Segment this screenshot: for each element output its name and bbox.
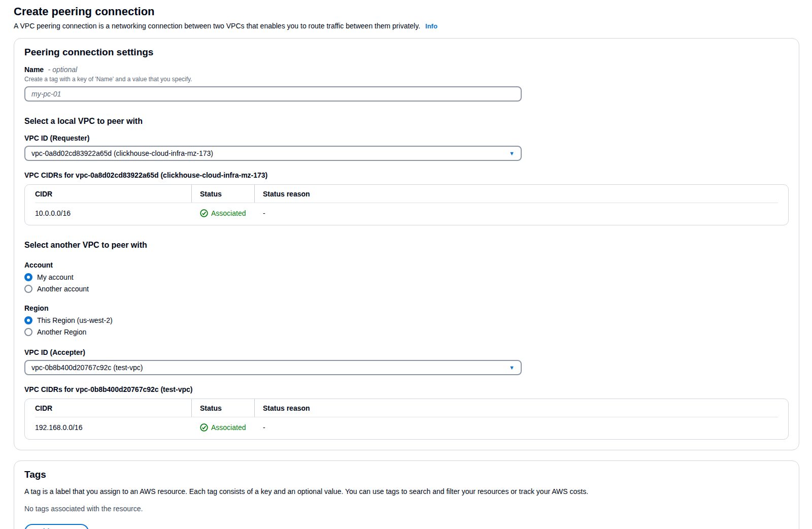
- table-row: 10.0.0.0/16 Associated -: [35, 203, 778, 225]
- create-peering-connection-page: Create peering connection A VPC peering …: [0, 0, 812, 529]
- column-header-status-reason: Status reason: [254, 399, 778, 417]
- vpc-accepter-label: VPC ID (Accepter): [24, 348, 789, 356]
- vpc-accepter-select[interactable]: vpc-0b8b400d20767c92c (test-vpc) ▼: [24, 360, 522, 375]
- name-help-text: Create a tag with a key of 'Name' and a …: [24, 76, 789, 83]
- accepter-cidrs-label: VPC CIDRs for vpc-0b8b400d20767c92c (tes…: [24, 385, 789, 393]
- table-row: 192.168.0.0/16 Associated -: [35, 417, 778, 439]
- radio-label: My account: [37, 273, 74, 281]
- radio-button-unselected[interactable]: [24, 328, 32, 336]
- tags-description: A tag is a label that you assign to an A…: [24, 487, 789, 495]
- name-field-group: Name - optional Create a tag with a key …: [24, 65, 789, 102]
- info-link[interactable]: Info: [425, 22, 437, 30]
- page-description: A VPC peering connection is a networking…: [14, 22, 799, 30]
- region-group-label: Region: [24, 304, 789, 312]
- account-group-label: Account: [24, 261, 789, 269]
- radio-button-selected[interactable]: [24, 273, 32, 281]
- radio-option-another-account[interactable]: Another account: [24, 285, 789, 293]
- status-reason-value: -: [254, 423, 778, 432]
- vpc-requester-label: VPC ID (Requester): [24, 134, 789, 142]
- tags-empty-text: No tags associated with the resource.: [24, 505, 789, 513]
- cidr-value: 10.0.0.0/16: [35, 209, 191, 217]
- another-vpc-heading: Select another VPC to peer with: [24, 241, 789, 250]
- requester-cidr-table: CIDR Status Status reason 10.0.0.0/16 As…: [24, 184, 789, 225]
- radio-label: Another Region: [37, 328, 86, 336]
- radio-option-another-region[interactable]: Another Region: [24, 328, 789, 336]
- name-input[interactable]: [24, 86, 522, 102]
- local-vpc-heading: Select a local VPC to peer with: [24, 117, 789, 126]
- status-reason-value: -: [254, 209, 778, 217]
- page-description-text: A VPC peering connection is a networking…: [14, 22, 420, 30]
- column-header-cidr: CIDR: [35, 399, 191, 417]
- name-field-label-row: Name - optional: [24, 65, 789, 74]
- table-header-row: CIDR Status Status reason: [35, 185, 778, 203]
- table-header-row: CIDR Status Status reason: [35, 399, 778, 417]
- check-circle-icon: [200, 423, 208, 432]
- vpc-requester-select-value: vpc-0a8d02cd83922a65d (clickhouse-cloud-…: [31, 149, 213, 157]
- check-circle-icon: [200, 209, 208, 217]
- tags-card-heading: Tags: [24, 469, 789, 480]
- radio-button-unselected[interactable]: [24, 285, 32, 293]
- status-value: Associated: [191, 209, 254, 217]
- column-header-cidr: CIDR: [35, 185, 191, 203]
- status-text: Associated: [211, 209, 246, 217]
- cidr-value: 192.168.0.0/16: [35, 423, 191, 432]
- caret-down-icon: ▼: [509, 365, 515, 371]
- column-header-status-reason: Status reason: [254, 185, 778, 203]
- name-label: Name: [24, 65, 44, 74]
- settings-card-heading: Peering connection settings: [24, 47, 789, 58]
- column-header-status: Status: [191, 399, 254, 417]
- column-header-status: Status: [191, 185, 254, 203]
- radio-option-my-account[interactable]: My account: [24, 273, 789, 281]
- radio-label: Another account: [37, 285, 89, 293]
- peering-settings-card: Peering connection settings Name - optio…: [14, 38, 799, 450]
- status-text: Associated: [211, 423, 246, 432]
- radio-option-this-region[interactable]: This Region (us-west-2): [24, 316, 789, 324]
- radio-button-selected[interactable]: [24, 316, 32, 324]
- caret-down-icon: ▼: [509, 151, 515, 156]
- status-value: Associated: [191, 423, 254, 432]
- requester-cidrs-label: VPC CIDRs for vpc-0a8d02cd83922a65d (cli…: [24, 171, 789, 179]
- name-optional-label: - optional: [48, 65, 78, 74]
- tags-card: Tags A tag is a label that you assign to…: [14, 460, 799, 529]
- accepter-cidr-table: CIDR Status Status reason 192.168.0.0/16…: [24, 399, 789, 440]
- vpc-accepter-select-value: vpc-0b8b400d20767c92c (test-vpc): [31, 363, 143, 372]
- vpc-requester-select[interactable]: vpc-0a8d02cd83922a65d (clickhouse-cloud-…: [24, 146, 522, 161]
- add-new-tag-button[interactable]: Add new tag: [24, 524, 89, 529]
- radio-label: This Region (us-west-2): [37, 316, 113, 324]
- page-title: Create peering connection: [14, 5, 799, 18]
